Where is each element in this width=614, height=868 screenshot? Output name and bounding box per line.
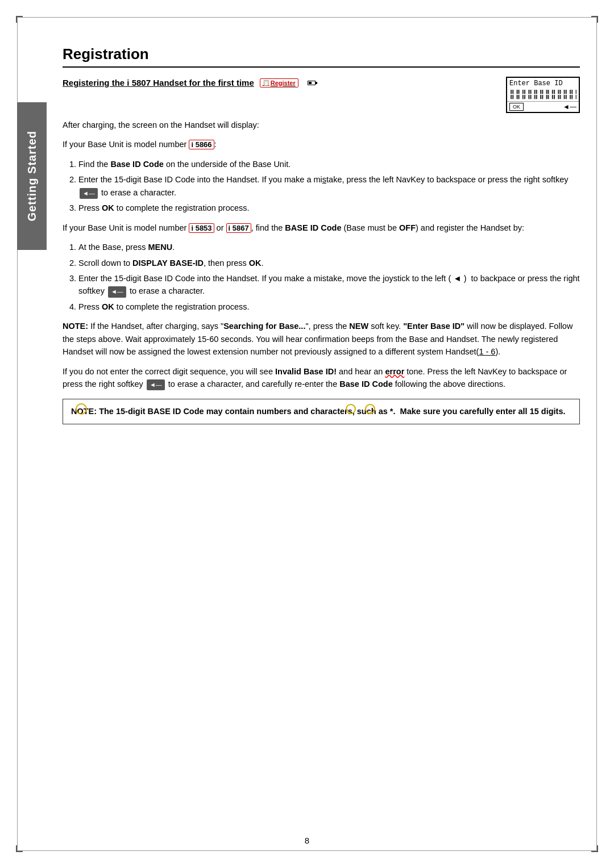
screen-ok-btn: OK [509, 103, 524, 111]
model-5867-badge: i 5867 [226, 223, 251, 233]
after-charging-text: After charging, the screen on the Handse… [63, 119, 580, 131]
step-5853-2: Scroll down to DISPLAY BASE-ID, then pre… [78, 257, 580, 269]
back-arrow-key-2: ◄— [108, 286, 126, 297]
page-title: Registration [63, 45, 580, 68]
screen-backspace: ◄— [563, 103, 576, 111]
model-5853-badge: i 5853 [189, 223, 214, 233]
battery-icon [308, 81, 316, 85]
screen-dots: ▐▌▐▌▐▌▐▌▐▌▐▌▐▌▐▌▐▌▐▌▐▌▐▌▐▌▐▌▐▌ [509, 90, 576, 95]
main-content: Registration Registering the i 5807 Hand… [63, 45, 580, 834]
register-icon-symbol: 📋 [263, 80, 269, 86]
back-arrow-key-1: ◄— [80, 188, 98, 199]
step-5853-1: At the Base, press MENU. [78, 241, 580, 253]
step-5866-1: Find the Base ID Code on the underside o… [78, 158, 580, 170]
step-5866-3: Press OK to complete the registration pr… [78, 202, 580, 214]
register-label: Register [271, 80, 296, 86]
step-5866-2: Enter the 15-digit Base ID Code into the… [78, 173, 580, 199]
screen-bottom: OK ◄— [507, 101, 579, 112]
step-5853-3: Enter the 15-digit Base ID Code into the… [78, 272, 580, 298]
page-number: 8 [305, 836, 309, 845]
invalid-base-id-text: If you do not enter the correct digit se… [63, 365, 580, 391]
note-searching-text: NOTE: If the Handset, after charging, sa… [63, 320, 580, 358]
section-header-text: Registering the i 5807 Handset for the f… [63, 78, 254, 87]
back-arrow-key-3: ◄— [147, 379, 165, 390]
register-badge: 📋 Register [260, 78, 298, 87]
step-5853-4: Press OK to complete the registration pr… [78, 301, 580, 313]
screen-mockup: Enter Base ID ▐▌▐▌▐▌▐▌▐▌▐▌▐▌▐▌▐▌▐▌▐▌▐▌▐▌… [506, 77, 580, 113]
steps-5866-list: Find the Base ID Code on the underside o… [78, 158, 580, 215]
model-5866-intro: If your Base Unit is model number i 5866… [63, 138, 580, 151]
note-box: NOTE: The 15-digit BASE ID Code may cont… [63, 399, 580, 424]
sidebar-label: Getting Started [26, 131, 39, 221]
sidebar-tab: Getting Started [17, 102, 47, 250]
screen-dots2: ▐▌▐▌▐▌▐▌▐▌▐▌▐▌▐▌▐▌▐▌▐▌▐▌▐▌▐▌▐▌ [509, 95, 576, 100]
screen-line1: Enter Base ID [509, 80, 576, 89]
model-5853-5867-intro: If your Base Unit is model number i 5853… [63, 222, 580, 234]
section-header: Registering the i 5807 Handset for the f… [63, 78, 497, 87]
model-5866-badge: i 5866 [189, 140, 214, 149]
steps-5853-list: At the Base, press MENU. Scroll down to … [78, 241, 580, 313]
note-box-text: NOTE: The 15-digit BASE ID Code may cont… [71, 407, 566, 416]
